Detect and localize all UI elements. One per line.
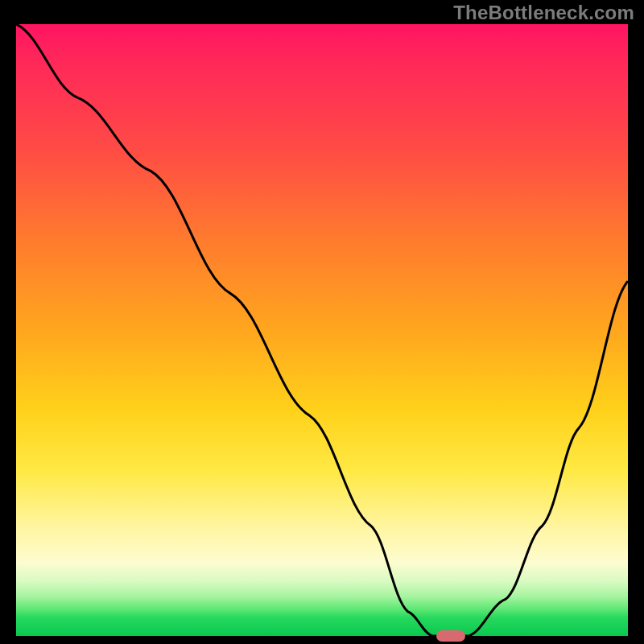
optimal-marker (436, 630, 465, 642)
bottleneck-curve (16, 24, 628, 636)
outer-frame: TheBottleneck.com (0, 0, 644, 644)
watermark-text: TheBottleneck.com (453, 2, 634, 24)
curve-path (16, 24, 628, 636)
plot-area (16, 24, 628, 636)
